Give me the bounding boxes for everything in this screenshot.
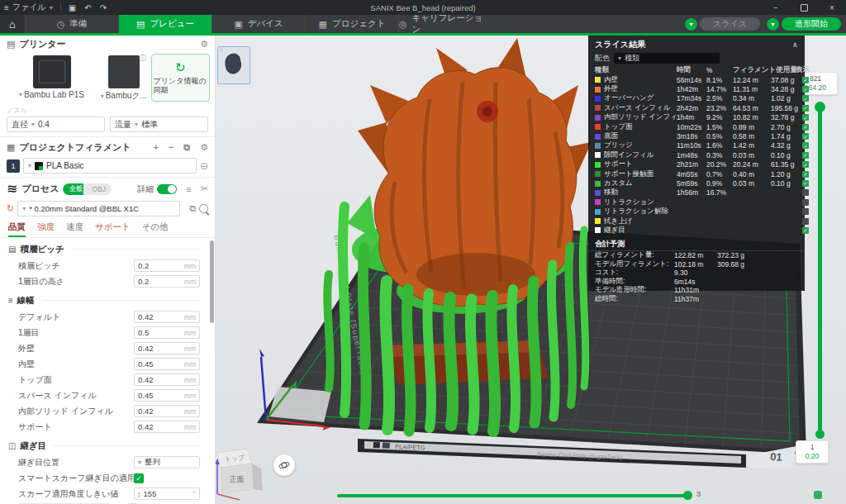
visibility-checkbox[interactable]: ✓ <box>802 95 809 102</box>
param-input[interactable]: 0.45mm <box>134 358 200 370</box>
process-preset-select[interactable]: ▾ * 0.20mm Standard @BBL X1C <box>17 201 180 216</box>
param-input[interactable]: 0.45mm <box>134 389 200 402</box>
visibility-checkbox[interactable]: ✓ <box>802 161 809 168</box>
param-unit: mm <box>184 262 196 270</box>
orbit-view-button[interactable] <box>273 454 295 476</box>
nav-cube[interactable]: z トップ 正面 <box>215 449 263 500</box>
chevron-down-icon: ▾ <box>19 91 22 98</box>
add-filament-button[interactable]: + <box>153 142 158 152</box>
feature-length: 11.31 m <box>733 85 771 93</box>
process-tab-その他[interactable]: その他 <box>142 221 169 237</box>
spinner-arrows-icon[interactable]: ▴▾ <box>138 491 140 497</box>
sync-filament-button[interactable]: ⧉ <box>183 142 190 153</box>
tab-calibration[interactable]: ◎キャリブレーション <box>398 15 492 33</box>
visibility-checkbox[interactable] <box>802 208 809 215</box>
step-slider-handle[interactable] <box>683 491 692 500</box>
visibility-checkbox[interactable]: ✓ <box>802 105 809 112</box>
process-tab-強度[interactable]: 強度 <box>37 221 55 237</box>
reset-preset-icon[interactable]: ↻ <box>7 203 14 214</box>
param-list-icon[interactable]: ≡ <box>186 184 191 194</box>
bambu-studio-window: ≡ ファイル ▾ ▣ ↶ ↷ SANIX Bee B_head (repaire… <box>0 0 846 504</box>
slice-button[interactable]: スライス <box>700 17 760 31</box>
visibility-checkbox[interactable] <box>802 189 809 196</box>
restore-button[interactable] <box>790 0 818 15</box>
visibility-checkbox[interactable]: ✓ <box>802 77 809 83</box>
collapse-panel-icon[interactable]: ∧ <box>792 40 798 49</box>
search-icon[interactable] <box>199 204 208 213</box>
visibility-checkbox[interactable]: ✓ <box>802 152 809 159</box>
tab-preview[interactable]: ▤プレビュー <box>118 15 212 33</box>
remove-filament-button[interactable]: − <box>169 142 173 152</box>
delete-filament-icon[interactable]: ⊖ <box>200 160 208 172</box>
layer-slider-track[interactable] <box>818 107 822 435</box>
step-slider-track[interactable] <box>337 494 689 497</box>
tab-prepare[interactable]: ◷準備 <box>25 15 118 33</box>
param-select[interactable]: ▾整列 <box>134 456 200 468</box>
visibility-checkbox[interactable]: ✓ <box>802 133 809 140</box>
plate-thumbnail[interactable]: 1 <box>217 46 250 84</box>
file-menu[interactable]: ≡ ファイル ▾ <box>0 2 57 13</box>
tab-project[interactable]: ▦プロジェクト <box>305 15 398 33</box>
param-spinner[interactable]: ▴▾155° <box>134 487 200 500</box>
undo-button[interactable]: ↶ <box>80 3 95 12</box>
visibility-checkbox[interactable] <box>802 218 809 225</box>
filament-select[interactable]: ▾ PLA Basic <box>23 158 197 174</box>
flow-select[interactable]: 流量 ▾ 標準 <box>110 116 208 132</box>
close-button[interactable]: × <box>818 0 846 15</box>
process-tab-品質[interactable]: 品質 <box>8 221 26 237</box>
plate-material-label: PLA/PETG <box>395 443 425 452</box>
home-tab[interactable]: ⌂ <box>0 15 25 33</box>
save-preset-icon[interactable]: ⧉ <box>189 203 196 214</box>
param-input[interactable]: 0.2mm <box>134 259 200 272</box>
param-tools-icon[interactable]: ✂ <box>201 183 208 194</box>
slice-result-row: 移動1h56m16.7% <box>588 188 805 197</box>
visibility-checkbox[interactable]: ✓ <box>802 86 809 93</box>
layer-slider-top-handle[interactable] <box>815 102 825 112</box>
minimize-button[interactable]: − <box>762 0 790 15</box>
scope-objects[interactable]: OBJ <box>83 183 112 195</box>
printer-settings-icon[interactable]: ⚙ <box>200 39 208 50</box>
print-dropdown-button[interactable]: ▾ <box>767 18 779 31</box>
visibility-checkbox[interactable]: ✓ <box>802 227 809 234</box>
printer-card[interactable]: ▾ Bambu Lab P1S <box>7 54 97 102</box>
visibility-checkbox[interactable]: ✓ <box>802 180 809 187</box>
param-label: 積層ピッチ <box>18 260 134 272</box>
param-label: 継ぎ目位置 <box>18 457 134 468</box>
linewidth-icon: ≡ <box>8 296 13 305</box>
print-button[interactable]: 造形開始 <box>782 17 841 31</box>
visibility-checkbox[interactable]: ✓ <box>802 114 809 121</box>
param-input[interactable]: 0.2mm <box>134 275 200 288</box>
visibility-checkbox[interactable]: ✓ <box>802 142 809 149</box>
new-plate-button[interactable]: ▣ <box>64 3 80 12</box>
process-scope-toggle[interactable]: 全般 OBJ <box>63 183 112 195</box>
param-group-header: ▤積層ピッチ <box>0 240 208 258</box>
param-label: デフォルト <box>18 311 134 323</box>
sync-printer-button[interactable]: ↻ プリンタ情報の同期 <box>151 54 210 102</box>
filament-settings-icon[interactable]: ⚙ <box>200 142 208 153</box>
param-input[interactable]: 0.42mm <box>134 342 200 354</box>
color-scheme-select[interactable]: ▾ 種類 <box>614 53 720 64</box>
visibility-checkbox[interactable]: ✓ <box>802 124 809 131</box>
slice-dropdown-button[interactable]: ▾ <box>685 18 697 31</box>
info-icon[interactable]: ⓘ <box>140 54 146 63</box>
layer-slider-bottom-handle[interactable] <box>815 430 825 439</box>
param-input[interactable]: 0.42mm <box>134 373 200 386</box>
param-input[interactable]: 0.42mm <box>134 421 200 433</box>
feature-weight: 0.10 g <box>771 179 802 188</box>
visibility-checkbox[interactable] <box>802 199 809 206</box>
process-tab-サポート[interactable]: サポート <box>95 221 131 237</box>
param-input[interactable]: 0.5mm <box>134 326 200 339</box>
process-tab-速度[interactable]: 速度 <box>66 221 83 237</box>
step-slider-end-button[interactable] <box>814 491 822 499</box>
tab-device[interactable]: ▣デバイス <box>212 15 305 33</box>
param-checkbox[interactable]: ✓ <box>134 473 144 483</box>
detail-toggle[interactable] <box>157 184 177 194</box>
param-input[interactable]: 0.42mm <box>134 405 200 417</box>
visibility-checkbox[interactable]: ✓ <box>802 171 809 178</box>
sidebar-scrollbar[interactable] <box>210 240 214 323</box>
plate-type-card[interactable]: ⓘ ▾ Bambuク... <box>100 54 148 102</box>
nozzle-diameter-select[interactable]: 直径 ▾ 0.4 <box>7 116 105 132</box>
param-input[interactable]: 0.42mm <box>134 311 200 323</box>
redo-button[interactable]: ↷ <box>96 3 111 12</box>
slice-result-row: スパース インフィル2h42m23.2%64.53 m195.56 g✓ <box>588 103 805 112</box>
